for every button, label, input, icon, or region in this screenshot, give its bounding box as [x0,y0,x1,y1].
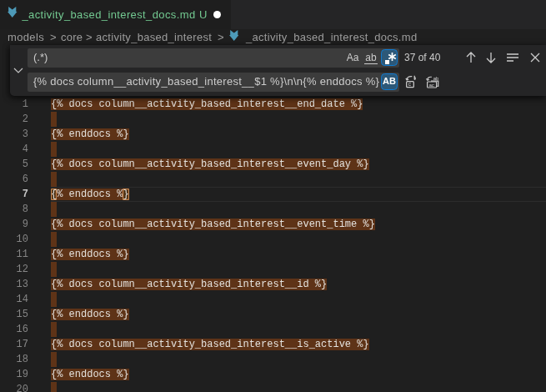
svg-text:ac: ac [428,81,434,87]
svg-text:c: c [408,81,411,87]
svg-text:ab: ab [433,75,438,80]
